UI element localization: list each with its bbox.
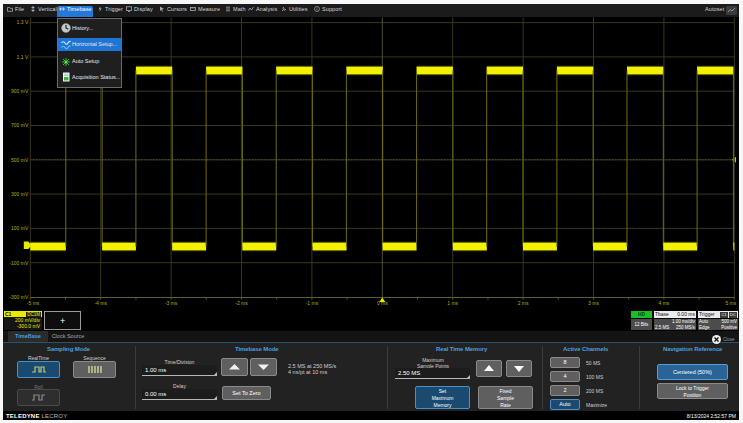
svg-text:900 mV: 900 mV [11,88,29,94]
svg-text:-100 mV: -100 mV [9,260,29,266]
svg-text:1.1 V: 1.1 V [17,54,29,60]
svg-text:-2 ms: -2 ms [235,300,248,306]
svg-text:3 ms: 3 ms [588,300,599,306]
svg-text:-5 ms: -5 ms [27,300,40,306]
svg-text:-1 ms: -1 ms [306,300,319,306]
svg-text:5 ms: 5 ms [725,300,736,306]
svg-text:700 mV: 700 mV [11,122,29,128]
svg-text:500 mV: 500 mV [11,157,29,163]
svg-text:300 mV: 300 mV [11,191,29,197]
svg-text:-300 mV: -300 mV [9,294,29,300]
svg-text:1.3 V: 1.3 V [17,19,29,25]
svg-text:-3 ms: -3 ms [165,300,178,306]
svg-text:-4 ms: -4 ms [94,300,107,306]
svg-text:4 ms: 4 ms [658,300,669,306]
svg-text:1 ms: 1 ms [447,300,458,306]
svg-text:2 ms: 2 ms [518,300,529,306]
svg-text:100 mV: 100 mV [11,225,29,231]
